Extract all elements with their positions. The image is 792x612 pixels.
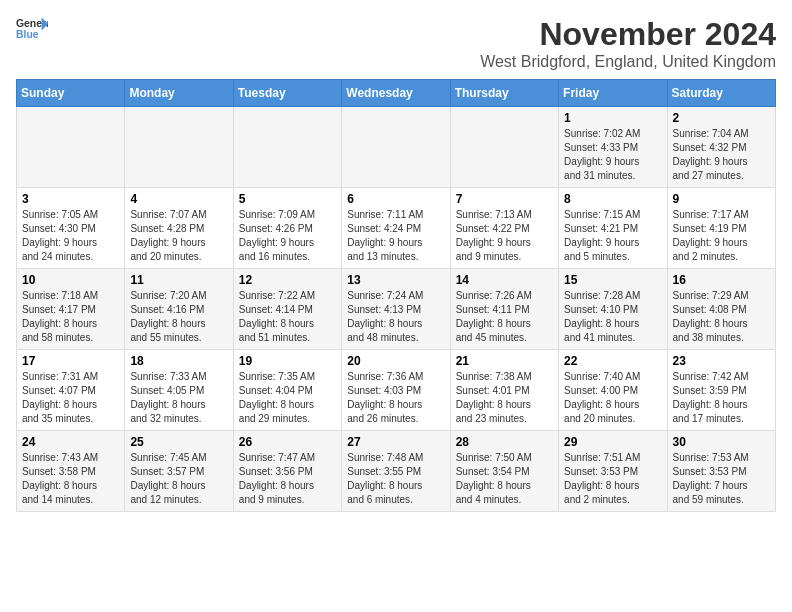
day-info: Sunrise: 7:43 AM Sunset: 3:58 PM Dayligh…	[22, 451, 119, 507]
calendar-cell: 24Sunrise: 7:43 AM Sunset: 3:58 PM Dayli…	[17, 431, 125, 512]
col-thursday: Thursday	[450, 80, 558, 107]
day-number: 23	[673, 354, 770, 368]
day-info: Sunrise: 7:28 AM Sunset: 4:10 PM Dayligh…	[564, 289, 661, 345]
day-info: Sunrise: 7:35 AM Sunset: 4:04 PM Dayligh…	[239, 370, 336, 426]
day-info: Sunrise: 7:51 AM Sunset: 3:53 PM Dayligh…	[564, 451, 661, 507]
day-number: 6	[347, 192, 444, 206]
col-tuesday: Tuesday	[233, 80, 341, 107]
day-info: Sunrise: 7:22 AM Sunset: 4:14 PM Dayligh…	[239, 289, 336, 345]
calendar-cell: 2Sunrise: 7:04 AM Sunset: 4:32 PM Daylig…	[667, 107, 775, 188]
day-number: 17	[22, 354, 119, 368]
day-number: 1	[564, 111, 661, 125]
calendar-cell: 10Sunrise: 7:18 AM Sunset: 4:17 PM Dayli…	[17, 269, 125, 350]
day-number: 11	[130, 273, 227, 287]
day-number: 12	[239, 273, 336, 287]
day-number: 2	[673, 111, 770, 125]
day-info: Sunrise: 7:31 AM Sunset: 4:07 PM Dayligh…	[22, 370, 119, 426]
day-info: Sunrise: 7:38 AM Sunset: 4:01 PM Dayligh…	[456, 370, 553, 426]
logo-icon: General Blue	[16, 16, 48, 44]
day-info: Sunrise: 7:04 AM Sunset: 4:32 PM Dayligh…	[673, 127, 770, 183]
calendar-cell: 14Sunrise: 7:26 AM Sunset: 4:11 PM Dayli…	[450, 269, 558, 350]
calendar-cell: 4Sunrise: 7:07 AM Sunset: 4:28 PM Daylig…	[125, 188, 233, 269]
calendar-week-1: 1Sunrise: 7:02 AM Sunset: 4:33 PM Daylig…	[17, 107, 776, 188]
day-info: Sunrise: 7:24 AM Sunset: 4:13 PM Dayligh…	[347, 289, 444, 345]
calendar-cell: 9Sunrise: 7:17 AM Sunset: 4:19 PM Daylig…	[667, 188, 775, 269]
day-info: Sunrise: 7:42 AM Sunset: 3:59 PM Dayligh…	[673, 370, 770, 426]
day-info: Sunrise: 7:29 AM Sunset: 4:08 PM Dayligh…	[673, 289, 770, 345]
day-number: 18	[130, 354, 227, 368]
calendar-cell	[450, 107, 558, 188]
svg-text:Blue: Blue	[16, 29, 39, 40]
page-title: November 2024	[480, 16, 776, 53]
calendar-week-2: 3Sunrise: 7:05 AM Sunset: 4:30 PM Daylig…	[17, 188, 776, 269]
col-monday: Monday	[125, 80, 233, 107]
calendar-cell: 21Sunrise: 7:38 AM Sunset: 4:01 PM Dayli…	[450, 350, 558, 431]
calendar-cell: 26Sunrise: 7:47 AM Sunset: 3:56 PM Dayli…	[233, 431, 341, 512]
day-info: Sunrise: 7:36 AM Sunset: 4:03 PM Dayligh…	[347, 370, 444, 426]
calendar-week-4: 17Sunrise: 7:31 AM Sunset: 4:07 PM Dayli…	[17, 350, 776, 431]
header: General Blue November 2024 West Bridgfor…	[16, 16, 776, 71]
calendar-week-3: 10Sunrise: 7:18 AM Sunset: 4:17 PM Dayli…	[17, 269, 776, 350]
calendar-cell: 16Sunrise: 7:29 AM Sunset: 4:08 PM Dayli…	[667, 269, 775, 350]
calendar-cell	[125, 107, 233, 188]
day-number: 26	[239, 435, 336, 449]
col-sunday: Sunday	[17, 80, 125, 107]
calendar-cell: 8Sunrise: 7:15 AM Sunset: 4:21 PM Daylig…	[559, 188, 667, 269]
calendar-cell: 28Sunrise: 7:50 AM Sunset: 3:54 PM Dayli…	[450, 431, 558, 512]
day-info: Sunrise: 7:09 AM Sunset: 4:26 PM Dayligh…	[239, 208, 336, 264]
calendar-cell: 30Sunrise: 7:53 AM Sunset: 3:53 PM Dayli…	[667, 431, 775, 512]
calendar-cell: 19Sunrise: 7:35 AM Sunset: 4:04 PM Dayli…	[233, 350, 341, 431]
day-number: 25	[130, 435, 227, 449]
calendar-cell: 1Sunrise: 7:02 AM Sunset: 4:33 PM Daylig…	[559, 107, 667, 188]
day-info: Sunrise: 7:48 AM Sunset: 3:55 PM Dayligh…	[347, 451, 444, 507]
day-number: 28	[456, 435, 553, 449]
calendar-cell: 17Sunrise: 7:31 AM Sunset: 4:07 PM Dayli…	[17, 350, 125, 431]
day-info: Sunrise: 7:07 AM Sunset: 4:28 PM Dayligh…	[130, 208, 227, 264]
calendar-cell	[342, 107, 450, 188]
calendar-body: 1Sunrise: 7:02 AM Sunset: 4:33 PM Daylig…	[17, 107, 776, 512]
day-number: 27	[347, 435, 444, 449]
calendar-cell	[17, 107, 125, 188]
calendar-cell: 22Sunrise: 7:40 AM Sunset: 4:00 PM Dayli…	[559, 350, 667, 431]
day-number: 8	[564, 192, 661, 206]
col-wednesday: Wednesday	[342, 80, 450, 107]
day-info: Sunrise: 7:47 AM Sunset: 3:56 PM Dayligh…	[239, 451, 336, 507]
day-info: Sunrise: 7:45 AM Sunset: 3:57 PM Dayligh…	[130, 451, 227, 507]
day-number: 4	[130, 192, 227, 206]
day-number: 20	[347, 354, 444, 368]
day-info: Sunrise: 7:02 AM Sunset: 4:33 PM Dayligh…	[564, 127, 661, 183]
day-info: Sunrise: 7:33 AM Sunset: 4:05 PM Dayligh…	[130, 370, 227, 426]
day-number: 3	[22, 192, 119, 206]
day-info: Sunrise: 7:11 AM Sunset: 4:24 PM Dayligh…	[347, 208, 444, 264]
col-friday: Friday	[559, 80, 667, 107]
day-number: 30	[673, 435, 770, 449]
day-number: 10	[22, 273, 119, 287]
day-number: 22	[564, 354, 661, 368]
day-number: 5	[239, 192, 336, 206]
day-info: Sunrise: 7:15 AM Sunset: 4:21 PM Dayligh…	[564, 208, 661, 264]
calendar-cell: 15Sunrise: 7:28 AM Sunset: 4:10 PM Dayli…	[559, 269, 667, 350]
day-info: Sunrise: 7:26 AM Sunset: 4:11 PM Dayligh…	[456, 289, 553, 345]
day-number: 7	[456, 192, 553, 206]
day-number: 9	[673, 192, 770, 206]
day-info: Sunrise: 7:40 AM Sunset: 4:00 PM Dayligh…	[564, 370, 661, 426]
calendar-cell: 25Sunrise: 7:45 AM Sunset: 3:57 PM Dayli…	[125, 431, 233, 512]
day-info: Sunrise: 7:17 AM Sunset: 4:19 PM Dayligh…	[673, 208, 770, 264]
calendar-cell: 12Sunrise: 7:22 AM Sunset: 4:14 PM Dayli…	[233, 269, 341, 350]
calendar-header: Sunday Monday Tuesday Wednesday Thursday…	[17, 80, 776, 107]
day-info: Sunrise: 7:13 AM Sunset: 4:22 PM Dayligh…	[456, 208, 553, 264]
day-number: 13	[347, 273, 444, 287]
day-number: 24	[22, 435, 119, 449]
calendar-table: Sunday Monday Tuesday Wednesday Thursday…	[16, 79, 776, 512]
day-number: 14	[456, 273, 553, 287]
calendar-cell: 18Sunrise: 7:33 AM Sunset: 4:05 PM Dayli…	[125, 350, 233, 431]
col-saturday: Saturday	[667, 80, 775, 107]
header-row: Sunday Monday Tuesday Wednesday Thursday…	[17, 80, 776, 107]
calendar-cell: 29Sunrise: 7:51 AM Sunset: 3:53 PM Dayli…	[559, 431, 667, 512]
day-number: 19	[239, 354, 336, 368]
calendar-week-5: 24Sunrise: 7:43 AM Sunset: 3:58 PM Dayli…	[17, 431, 776, 512]
calendar-cell: 6Sunrise: 7:11 AM Sunset: 4:24 PM Daylig…	[342, 188, 450, 269]
page-subtitle: West Bridgford, England, United Kingdom	[480, 53, 776, 71]
day-info: Sunrise: 7:50 AM Sunset: 3:54 PM Dayligh…	[456, 451, 553, 507]
day-info: Sunrise: 7:53 AM Sunset: 3:53 PM Dayligh…	[673, 451, 770, 507]
